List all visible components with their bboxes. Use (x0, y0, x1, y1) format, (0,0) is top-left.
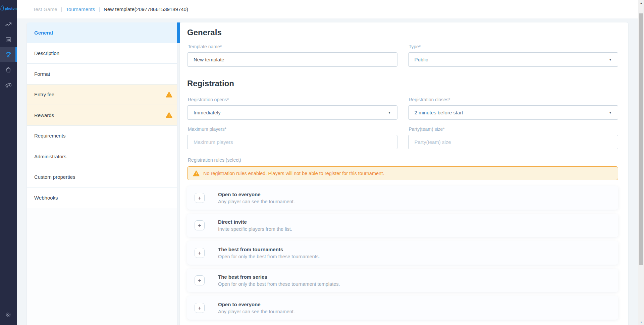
nav-item-custom-properties[interactable]: Custom properties (27, 167, 177, 188)
sidebar-item-analytics[interactable] (0, 17, 17, 32)
rule-description: Open for only the best from these tourna… (218, 281, 340, 287)
scrollbar-thumb[interactable] (639, 13, 643, 265)
nav-item-label: Administrators (34, 154, 66, 159)
rule-title: The best from tournaments (218, 247, 320, 252)
photon-logo[interactable]: photon (0, 0, 17, 17)
rule-card-text: The best from tournaments Open for only … (218, 247, 320, 259)
add-rule-button[interactable]: + (195, 193, 205, 203)
type-label: Type* (409, 44, 619, 50)
registration-closes-select[interactable]: 2 minutes before start ▼ (408, 105, 619, 120)
scroll-up-button[interactable]: ▲ (638, 0, 644, 6)
type-select[interactable]: Public ▼ (408, 52, 619, 67)
type-field: Type* Public ▼ (408, 44, 619, 67)
rule-description: Open for only the best from these tourna… (218, 254, 320, 259)
registration-closes-label: Registration closes* (409, 97, 619, 103)
add-rule-button[interactable]: + (195, 248, 205, 258)
nav-item-label: General (34, 30, 53, 36)
chevron-down-icon: ▼ (609, 111, 612, 114)
nav-item-label: Webhooks (34, 195, 58, 201)
nav-item-label: Rewards (34, 112, 54, 118)
breadcrumb-separator: | (61, 6, 62, 12)
breadcrumb-separator: | (99, 6, 100, 12)
nav-item-label: Entry fee (34, 92, 54, 97)
maximum-players-input[interactable] (187, 135, 397, 149)
party-size-label: Party(team) size* (409, 126, 619, 132)
rule-description: Invite specific players from the list. (218, 226, 292, 232)
scrollbar[interactable]: ▲ ▼ (638, 0, 644, 325)
nav-item-general[interactable]: General (27, 22, 177, 43)
select-value: Public (415, 57, 428, 62)
sidebar-item-schedule[interactable] (0, 32, 17, 47)
nav-item-entry-fee[interactable]: Entry fee (27, 85, 177, 105)
sidebar-item-tournaments[interactable] (0, 47, 17, 62)
template-name-label: Template name* (188, 44, 397, 50)
registration-rules-list: + Open to everyone Any player can see th… (187, 186, 618, 320)
gamepad-icon (4, 80, 13, 90)
registration-opens-field: Registration opens* Immediately ▼ (187, 97, 397, 120)
rule-card-text: Open to everyone Any player can see the … (218, 302, 295, 314)
photon-swirl-icon (0, 5, 4, 12)
chevron-down-icon: ▼ (388, 111, 391, 114)
warning-banner-text: No registration rules enabled. Players w… (203, 171, 384, 176)
warning-triangle-icon (193, 170, 200, 176)
trophy-icon (5, 51, 12, 58)
breadcrumb-tournaments-link[interactable]: Tournaments (66, 6, 95, 12)
sidebar-item-games[interactable] (0, 77, 17, 92)
no-rules-warning-banner: No registration rules enabled. Players w… (187, 166, 618, 180)
rule-card-text: The best from series Open for only the b… (218, 274, 340, 287)
breadcrumb-app[interactable]: Test Game (33, 6, 57, 12)
rule-card-direct-invite: + Direct invite Invite specific players … (187, 214, 618, 237)
generals-section-title: Generals (187, 28, 618, 37)
maximum-players-field: Maximum players* (187, 126, 397, 149)
rule-title: The best from series (218, 274, 340, 280)
active-nav-indicator (177, 22, 180, 43)
breadcrumb-current-template: New template(209778661539189740) (104, 6, 188, 12)
nav-item-label: Format (34, 71, 50, 77)
sidebar-item-settings[interactable] (0, 308, 17, 322)
nav-item-format[interactable]: Format (27, 64, 177, 85)
app-sidebar: photon (0, 0, 17, 325)
nav-item-label: Description (34, 50, 59, 56)
nav-item-description[interactable]: Description (27, 43, 177, 64)
rule-description: Any player can see the tournament. (218, 199, 295, 204)
nav-item-rewards[interactable]: Rewards (27, 105, 177, 126)
chevron-down-icon: ▼ (609, 58, 612, 61)
nav-item-webhooks[interactable]: Webhooks (27, 187, 177, 208)
rule-card-best-from-series: + The best from series Open for only the… (187, 269, 618, 292)
rule-title: Open to everyone (218, 302, 295, 307)
add-rule-button[interactable]: + (195, 303, 205, 313)
add-rule-button[interactable]: + (195, 220, 205, 230)
select-value: 2 minutes before start (415, 110, 463, 115)
template-name-input[interactable] (187, 52, 397, 67)
registration-rules-label: Registration rules (select) (188, 157, 618, 163)
top-bar: Test Game | Tournaments | New template(2… (17, 0, 638, 18)
shop-bag-icon (5, 66, 12, 73)
sidebar-active-indicator (15, 47, 17, 62)
registration-section-title: Registration (187, 79, 618, 88)
registration-opens-select[interactable]: Immediately ▼ (187, 105, 397, 120)
calendar-icon (5, 36, 12, 43)
rule-card-text: Direct invite Invite specific players fr… (218, 219, 292, 232)
party-size-field: Party(team) size* (408, 126, 619, 149)
select-value: Immediately (194, 110, 221, 115)
scroll-down-button[interactable]: ▼ (638, 319, 644, 325)
rule-card-best-from-tournaments: + The best from tournaments Open for onl… (187, 241, 618, 265)
logo-text: photon (5, 7, 17, 10)
nav-item-requirements[interactable]: Requirements (27, 126, 177, 147)
nav-item-label: Requirements (34, 133, 65, 139)
rule-title: Open to everyone (218, 192, 295, 197)
sidebar-item-store[interactable] (0, 62, 17, 77)
template-settings-nav: General Description Format Entry fee Rew… (27, 22, 177, 325)
rule-title: Direct invite (218, 219, 292, 225)
add-rule-button[interactable]: + (195, 275, 205, 285)
gear-icon (5, 311, 12, 318)
rule-card-text: Open to everyone Any player can see the … (218, 192, 295, 204)
chart-line-icon (5, 21, 12, 28)
party-size-input[interactable] (408, 135, 619, 149)
template-name-field: Template name* (187, 44, 397, 67)
general-settings-panel: Generals Template name* Type* Public ▼ R… (180, 22, 628, 325)
registration-closes-field: Registration closes* 2 minutes before st… (408, 97, 619, 120)
nav-item-administrators[interactable]: Administrators (27, 146, 177, 167)
warning-triangle-icon (166, 112, 172, 118)
nav-item-label: Custom properties (34, 174, 75, 180)
